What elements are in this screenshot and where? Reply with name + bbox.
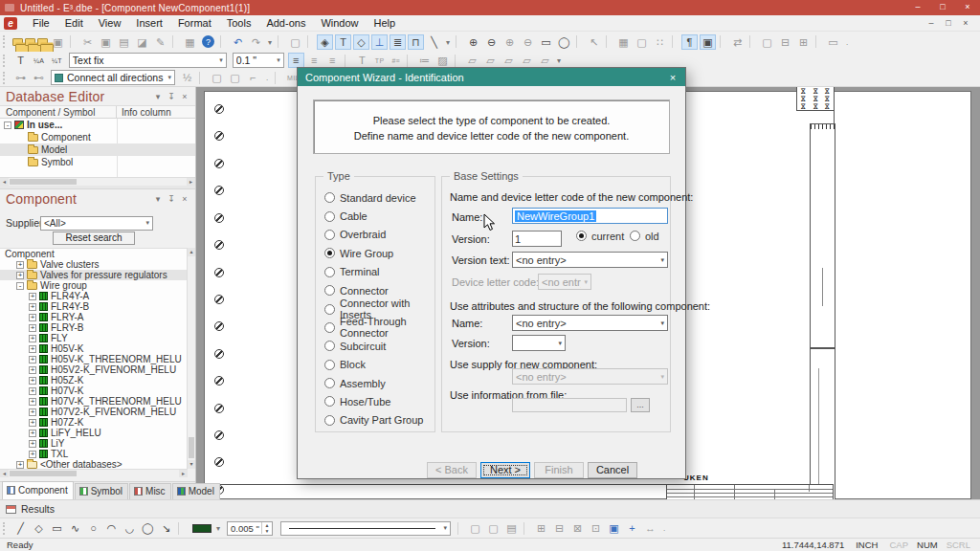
radio-assembly[interactable]: Assembly bbox=[316, 374, 434, 392]
dimension-button[interactable]: ⊥ bbox=[371, 34, 388, 50]
cut-button[interactable]: ✂ bbox=[79, 34, 96, 50]
menu-item[interactable]: View bbox=[91, 15, 129, 31]
separator[interactable] bbox=[749, 35, 755, 48]
separator[interactable] bbox=[455, 55, 460, 67]
scroll-up-icon[interactable]: ▴ bbox=[188, 248, 195, 256]
wire-group-row[interactable]: + FLRY-A bbox=[0, 312, 188, 322]
menu-item[interactable]: Insert bbox=[128, 15, 170, 31]
color-dropdown[interactable]: ▾ bbox=[214, 520, 222, 536]
wire-group-row[interactable]: + H07V2-K_FIVENORM_HELU bbox=[0, 407, 188, 417]
maximize-button[interactable]: □ bbox=[930, 0, 955, 15]
new-file-button[interactable] bbox=[12, 38, 23, 46]
align-nodes-3-button[interactable]: ⊠ bbox=[569, 520, 586, 536]
text-number-button[interactable]: #≡ bbox=[389, 53, 403, 68]
wire-symbol[interactable] bbox=[214, 376, 224, 386]
separator[interactable] bbox=[672, 35, 678, 48]
new-sheet-button[interactable]: ▤ bbox=[503, 520, 520, 536]
zoom-in-button[interactable]: ⊕ bbox=[465, 34, 481, 50]
expander-icon[interactable]: + bbox=[29, 314, 36, 321]
horizontal-scrollbar[interactable]: ◂ ▸ bbox=[0, 177, 195, 186]
corner-button[interactable]: ⌐ bbox=[245, 70, 261, 85]
pin-icon[interactable]: ↧ bbox=[165, 190, 178, 208]
menu-item[interactable]: Add-ons bbox=[258, 15, 313, 31]
more-button[interactable]: . bbox=[263, 70, 271, 85]
radio-overbraid[interactable]: Overbraid bbox=[316, 226, 434, 244]
menu-item[interactable]: Window bbox=[313, 15, 366, 31]
wire-symbol[interactable] bbox=[214, 268, 224, 277]
move-point-button[interactable]: + bbox=[624, 520, 640, 536]
draw-freehand-button[interactable]: ↘ bbox=[158, 520, 174, 536]
radio-old[interactable]: old bbox=[630, 228, 659, 244]
separator[interactable] bbox=[275, 72, 280, 84]
separator[interactable] bbox=[456, 35, 461, 48]
scroll-down-icon[interactable]: ▾ bbox=[188, 460, 195, 469]
separator[interactable] bbox=[178, 522, 184, 535]
radio-subcircuit[interactable]: Subcircuit bbox=[316, 337, 434, 355]
text-scale-t-button[interactable]: ¼T bbox=[49, 53, 65, 68]
wire-group-row[interactable]: + H07V-K_THREENORM_HELU bbox=[0, 396, 188, 407]
horizontal-scrollbar[interactable]: ◂ ▸ bbox=[0, 469, 188, 477]
wire-group-row[interactable]: + H07V-K bbox=[0, 386, 188, 396]
sheet-format-button[interactable]: ▢ bbox=[634, 34, 650, 50]
scroll-right-icon[interactable]: ▸ bbox=[179, 470, 188, 477]
zoom-decrease-button[interactable]: ⊖ bbox=[520, 34, 536, 50]
expander-icon[interactable]: + bbox=[29, 356, 36, 364]
wire-symbol[interactable] bbox=[214, 349, 224, 359]
wire-group-row[interactable]: + FLY bbox=[0, 333, 188, 343]
expander-icon[interactable]: + bbox=[29, 387, 36, 395]
copy-sheet-button[interactable]: ▢ bbox=[209, 70, 225, 85]
radio-block[interactable]: Block bbox=[316, 356, 434, 374]
radio-cable[interactable]: Cable bbox=[316, 207, 434, 225]
wire-symbol[interactable] bbox=[214, 131, 224, 141]
text-frame-button[interactable]: ▣ bbox=[700, 34, 716, 50]
tree-root-row[interactable]: Component bbox=[0, 249, 188, 259]
browse-button[interactable]: ... bbox=[631, 398, 650, 412]
vertical-scrollbar[interactable]: ▴ ▾ bbox=[187, 248, 195, 469]
scroll-right-icon[interactable]: ▸ bbox=[187, 178, 195, 186]
expander-icon[interactable]: + bbox=[29, 440, 36, 448]
new-window-button[interactable]: ▢ bbox=[759, 34, 775, 50]
expander-icon[interactable]: + bbox=[29, 345, 36, 353]
wire-symbol[interactable] bbox=[214, 186, 224, 195]
zoom-window-button[interactable]: ▭ bbox=[538, 34, 554, 50]
column-header[interactable]: Info column bbox=[117, 106, 171, 118]
tree-row[interactable]: Model bbox=[0, 143, 195, 156]
radio-cavity-part-group[interactable]: Cavity Part Group bbox=[316, 411, 434, 430]
separator[interactable] bbox=[576, 35, 582, 48]
expander-icon[interactable]: + bbox=[29, 335, 36, 342]
minimize-button[interactable]: – bbox=[905, 0, 930, 15]
print-button[interactable]: ▦ bbox=[182, 34, 198, 50]
pin-icon[interactable]: ↧ bbox=[165, 88, 178, 105]
separator[interactable] bbox=[199, 72, 205, 84]
version-text-combo[interactable]: <no entry> ▾ bbox=[512, 252, 668, 268]
text-type-button[interactable]: T bbox=[354, 53, 370, 68]
snap-toggle-button[interactable]: ∷ bbox=[652, 34, 668, 50]
text-size-combo[interactable]: 0.1 " ▾ bbox=[233, 53, 284, 68]
menu-item[interactable]: Help bbox=[367, 15, 404, 31]
wire-group-row[interactable]: + LiY bbox=[0, 438, 188, 449]
dialog-title-bar[interactable]: Component Wizard - Identification × bbox=[298, 68, 685, 86]
split-horizontal-button[interactable]: ⊟ bbox=[777, 34, 793, 50]
wire-symbol[interactable] bbox=[214, 457, 224, 467]
wire-group-row[interactable]: + LiFY_HELU bbox=[0, 428, 188, 438]
draw-rectangle-button[interactable]: ▭ bbox=[49, 520, 65, 536]
close-icon[interactable]: × bbox=[178, 190, 191, 208]
scroll-left-icon[interactable]: ◂ bbox=[0, 178, 9, 186]
paragraph-marks-button[interactable]: ¶ bbox=[681, 34, 698, 50]
group-button[interactable]: ▢ bbox=[467, 520, 483, 536]
wire-symbol[interactable] bbox=[214, 295, 224, 304]
zoom-sheet-button[interactable]: ◯ bbox=[556, 34, 572, 50]
open-file-button[interactable] bbox=[25, 38, 35, 46]
expander-icon[interactable]: - bbox=[4, 121, 11, 129]
toolbar-grip[interactable] bbox=[3, 35, 8, 48]
wire-symbol[interactable] bbox=[214, 240, 224, 250]
half-scale-button[interactable]: ½ bbox=[179, 70, 195, 85]
close-button[interactable]: × bbox=[955, 0, 980, 15]
ungroup-button[interactable]: ▢ bbox=[485, 520, 501, 536]
expander-icon[interactable]: + bbox=[16, 272, 24, 279]
paste-special-button[interactable]: ▢ bbox=[287, 34, 303, 50]
line-width-spinner[interactable]: 0.005 " ▲▼ bbox=[227, 521, 273, 536]
toolbar-grip[interactable] bbox=[3, 72, 8, 84]
wire-group-row[interactable]: + FLR4Y-A bbox=[0, 291, 188, 301]
results-bar[interactable]: Results bbox=[0, 499, 980, 518]
